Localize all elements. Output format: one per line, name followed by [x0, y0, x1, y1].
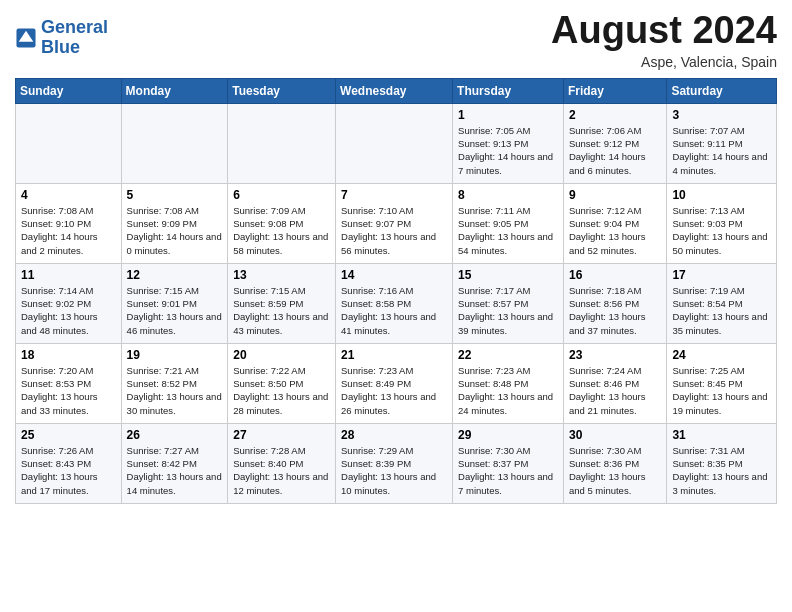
day-info: Sunrise: 7:08 AM Sunset: 9:09 PM Dayligh… — [127, 204, 223, 257]
cell-w4-d5: 22 Sunrise: 7:23 AM Sunset: 8:48 PM Dayl… — [453, 343, 564, 423]
day-number: 15 — [458, 268, 558, 282]
header-row: Sunday Monday Tuesday Wednesday Thursday… — [16, 78, 777, 103]
week-row-4: 18 Sunrise: 7:20 AM Sunset: 8:53 PM Dayl… — [16, 343, 777, 423]
day-info: Sunrise: 7:17 AM Sunset: 8:57 PM Dayligh… — [458, 284, 558, 337]
day-info: Sunrise: 7:31 AM Sunset: 8:35 PM Dayligh… — [672, 444, 771, 497]
day-number: 2 — [569, 108, 661, 122]
day-info: Sunrise: 7:28 AM Sunset: 8:40 PM Dayligh… — [233, 444, 330, 497]
day-number: 4 — [21, 188, 116, 202]
week-row-2: 4 Sunrise: 7:08 AM Sunset: 9:10 PM Dayli… — [16, 183, 777, 263]
day-info: Sunrise: 7:11 AM Sunset: 9:05 PM Dayligh… — [458, 204, 558, 257]
cell-w4-d7: 24 Sunrise: 7:25 AM Sunset: 8:45 PM Dayl… — [667, 343, 777, 423]
cell-w2-d7: 10 Sunrise: 7:13 AM Sunset: 9:03 PM Dayl… — [667, 183, 777, 263]
day-number: 5 — [127, 188, 223, 202]
title-section: August 2024 Aspe, Valencia, Spain — [551, 10, 777, 70]
day-number: 27 — [233, 428, 330, 442]
day-info: Sunrise: 7:10 AM Sunset: 9:07 PM Dayligh… — [341, 204, 447, 257]
day-info: Sunrise: 7:15 AM Sunset: 9:01 PM Dayligh… — [127, 284, 223, 337]
day-info: Sunrise: 7:06 AM Sunset: 9:12 PM Dayligh… — [569, 124, 661, 177]
day-info: Sunrise: 7:07 AM Sunset: 9:11 PM Dayligh… — [672, 124, 771, 177]
cell-w5-d3: 27 Sunrise: 7:28 AM Sunset: 8:40 PM Dayl… — [228, 423, 336, 503]
day-number: 31 — [672, 428, 771, 442]
day-info: Sunrise: 7:19 AM Sunset: 8:54 PM Dayligh… — [672, 284, 771, 337]
day-number: 12 — [127, 268, 223, 282]
cell-w3-d1: 11 Sunrise: 7:14 AM Sunset: 9:02 PM Dayl… — [16, 263, 122, 343]
day-number: 24 — [672, 348, 771, 362]
calendar-body: 1 Sunrise: 7:05 AM Sunset: 9:13 PM Dayli… — [16, 103, 777, 503]
day-number: 13 — [233, 268, 330, 282]
cell-w1-d7: 3 Sunrise: 7:07 AM Sunset: 9:11 PM Dayli… — [667, 103, 777, 183]
cell-w2-d1: 4 Sunrise: 7:08 AM Sunset: 9:10 PM Dayli… — [16, 183, 122, 263]
cell-w3-d3: 13 Sunrise: 7:15 AM Sunset: 8:59 PM Dayl… — [228, 263, 336, 343]
day-number: 6 — [233, 188, 330, 202]
cell-w5-d7: 31 Sunrise: 7:31 AM Sunset: 8:35 PM Dayl… — [667, 423, 777, 503]
logo-line2: Blue — [41, 37, 80, 57]
week-row-3: 11 Sunrise: 7:14 AM Sunset: 9:02 PM Dayl… — [16, 263, 777, 343]
day-info: Sunrise: 7:23 AM Sunset: 8:48 PM Dayligh… — [458, 364, 558, 417]
day-number: 11 — [21, 268, 116, 282]
cell-w1-d2 — [121, 103, 228, 183]
cell-w2-d4: 7 Sunrise: 7:10 AM Sunset: 9:07 PM Dayli… — [336, 183, 453, 263]
page-header: General Blue August 2024 Aspe, Valencia,… — [15, 10, 777, 70]
cell-w2-d3: 6 Sunrise: 7:09 AM Sunset: 9:08 PM Dayli… — [228, 183, 336, 263]
day-info: Sunrise: 7:09 AM Sunset: 9:08 PM Dayligh… — [233, 204, 330, 257]
col-monday: Monday — [121, 78, 228, 103]
day-number: 19 — [127, 348, 223, 362]
cell-w1-d3 — [228, 103, 336, 183]
cell-w4-d6: 23 Sunrise: 7:24 AM Sunset: 8:46 PM Dayl… — [563, 343, 666, 423]
cell-w1-d6: 2 Sunrise: 7:06 AM Sunset: 9:12 PM Dayli… — [563, 103, 666, 183]
logo-icon — [15, 27, 37, 49]
calendar-table: Sunday Monday Tuesday Wednesday Thursday… — [15, 78, 777, 504]
cell-w3-d6: 16 Sunrise: 7:18 AM Sunset: 8:56 PM Dayl… — [563, 263, 666, 343]
logo: General Blue — [15, 18, 108, 58]
cell-w1-d4 — [336, 103, 453, 183]
day-number: 8 — [458, 188, 558, 202]
day-number: 21 — [341, 348, 447, 362]
day-info: Sunrise: 7:30 AM Sunset: 8:36 PM Dayligh… — [569, 444, 661, 497]
cell-w2-d5: 8 Sunrise: 7:11 AM Sunset: 9:05 PM Dayli… — [453, 183, 564, 263]
day-number: 9 — [569, 188, 661, 202]
col-sunday: Sunday — [16, 78, 122, 103]
day-info: Sunrise: 7:12 AM Sunset: 9:04 PM Dayligh… — [569, 204, 661, 257]
cell-w4-d3: 20 Sunrise: 7:22 AM Sunset: 8:50 PM Dayl… — [228, 343, 336, 423]
cell-w5-d4: 28 Sunrise: 7:29 AM Sunset: 8:39 PM Dayl… — [336, 423, 453, 503]
cell-w3-d5: 15 Sunrise: 7:17 AM Sunset: 8:57 PM Dayl… — [453, 263, 564, 343]
col-friday: Friday — [563, 78, 666, 103]
day-info: Sunrise: 7:18 AM Sunset: 8:56 PM Dayligh… — [569, 284, 661, 337]
day-info: Sunrise: 7:20 AM Sunset: 8:53 PM Dayligh… — [21, 364, 116, 417]
cell-w4-d2: 19 Sunrise: 7:21 AM Sunset: 8:52 PM Dayl… — [121, 343, 228, 423]
cell-w3-d2: 12 Sunrise: 7:15 AM Sunset: 9:01 PM Dayl… — [121, 263, 228, 343]
cell-w1-d5: 1 Sunrise: 7:05 AM Sunset: 9:13 PM Dayli… — [453, 103, 564, 183]
day-info: Sunrise: 7:27 AM Sunset: 8:42 PM Dayligh… — [127, 444, 223, 497]
day-number: 20 — [233, 348, 330, 362]
day-number: 26 — [127, 428, 223, 442]
col-saturday: Saturday — [667, 78, 777, 103]
day-info: Sunrise: 7:05 AM Sunset: 9:13 PM Dayligh… — [458, 124, 558, 177]
day-info: Sunrise: 7:22 AM Sunset: 8:50 PM Dayligh… — [233, 364, 330, 417]
day-info: Sunrise: 7:15 AM Sunset: 8:59 PM Dayligh… — [233, 284, 330, 337]
day-number: 22 — [458, 348, 558, 362]
cell-w5-d6: 30 Sunrise: 7:30 AM Sunset: 8:36 PM Dayl… — [563, 423, 666, 503]
cell-w4-d4: 21 Sunrise: 7:23 AM Sunset: 8:49 PM Dayl… — [336, 343, 453, 423]
cell-w2-d2: 5 Sunrise: 7:08 AM Sunset: 9:09 PM Dayli… — [121, 183, 228, 263]
cell-w3-d4: 14 Sunrise: 7:16 AM Sunset: 8:58 PM Dayl… — [336, 263, 453, 343]
day-info: Sunrise: 7:13 AM Sunset: 9:03 PM Dayligh… — [672, 204, 771, 257]
col-thursday: Thursday — [453, 78, 564, 103]
day-info: Sunrise: 7:26 AM Sunset: 8:43 PM Dayligh… — [21, 444, 116, 497]
cell-w1-d1 — [16, 103, 122, 183]
day-info: Sunrise: 7:14 AM Sunset: 9:02 PM Dayligh… — [21, 284, 116, 337]
col-wednesday: Wednesday — [336, 78, 453, 103]
logo-line1: General — [41, 17, 108, 37]
day-number: 3 — [672, 108, 771, 122]
cell-w3-d7: 17 Sunrise: 7:19 AM Sunset: 8:54 PM Dayl… — [667, 263, 777, 343]
day-number: 23 — [569, 348, 661, 362]
day-info: Sunrise: 7:21 AM Sunset: 8:52 PM Dayligh… — [127, 364, 223, 417]
day-number: 16 — [569, 268, 661, 282]
week-row-5: 25 Sunrise: 7:26 AM Sunset: 8:43 PM Dayl… — [16, 423, 777, 503]
day-info: Sunrise: 7:24 AM Sunset: 8:46 PM Dayligh… — [569, 364, 661, 417]
day-number: 25 — [21, 428, 116, 442]
day-info: Sunrise: 7:16 AM Sunset: 8:58 PM Dayligh… — [341, 284, 447, 337]
day-number: 17 — [672, 268, 771, 282]
day-info: Sunrise: 7:23 AM Sunset: 8:49 PM Dayligh… — [341, 364, 447, 417]
month-title: August 2024 — [551, 10, 777, 52]
